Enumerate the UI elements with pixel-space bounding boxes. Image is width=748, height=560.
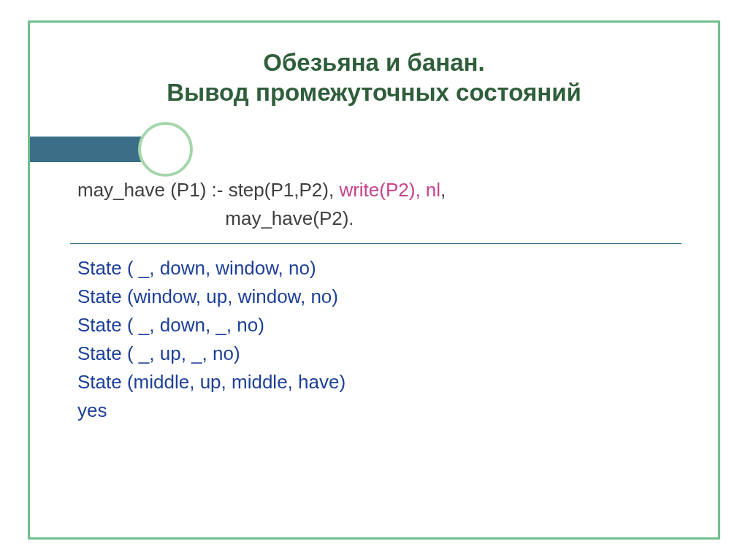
- rule-indent: [77, 207, 225, 229]
- rule-tail: may_have(P2).: [225, 207, 354, 229]
- prolog-rule-line-1: may_have (P1) :- step(P1,P2), write(P2),…: [77, 176, 674, 204]
- accent-circle-icon: [138, 122, 193, 177]
- divider-line: [70, 243, 682, 244]
- title-line-1: Обезьяна и банан.: [263, 49, 484, 76]
- title-line-2: Вывод промежуточных состояний: [167, 79, 581, 106]
- slide-body: may_have (P1) :- step(P1,P2), write(P2),…: [77, 176, 674, 425]
- rule-head: may_have (P1) :-: [77, 179, 229, 201]
- title-block: Обезьяна и банан. Вывод промежуточных со…: [30, 47, 718, 108]
- slide-frame: Обезьяна и банан. Вывод промежуточных со…: [28, 20, 720, 540]
- state-line: State ( _, up, _, no): [77, 340, 674, 368]
- state-line: State ( _, down, _, no): [77, 311, 674, 340]
- prolog-rule-line-2: may_have(P2).: [77, 204, 674, 233]
- rule-comma: ,: [440, 179, 446, 201]
- state-line: State (middle, up, middle, have): [77, 368, 674, 396]
- state-line: State ( _, down, window, no): [77, 254, 674, 283]
- state-line: State (window, up, window, no): [77, 283, 674, 311]
- slide-title: Обезьяна и банан. Вывод промежуточных со…: [167, 47, 581, 108]
- state-line: yes: [77, 396, 674, 425]
- accent-decoration: [30, 137, 205, 162]
- rule-write: write(P2), nl: [339, 179, 440, 201]
- rule-step: step(P1,P2),: [229, 179, 340, 201]
